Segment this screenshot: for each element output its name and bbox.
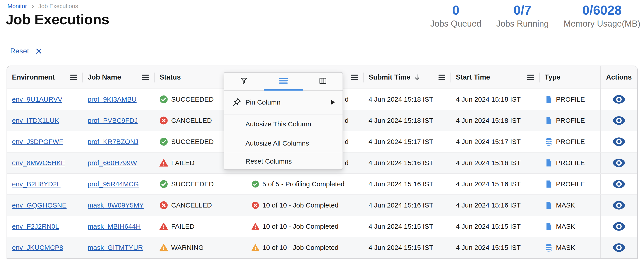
view-details-button[interactable] <box>611 242 626 253</box>
status-label: CANCELLED <box>171 201 212 209</box>
file-icon <box>545 95 553 103</box>
start-time-cell: 4 Jun 2024 15:16 IST <box>451 195 540 216</box>
submit-time-cell: 4 Jun 2024 15:15 IST <box>364 237 451 258</box>
menu-item-autosize-all-columns[interactable]: Autosize All Columns <box>224 133 342 153</box>
progress-label: d <box>345 138 349 145</box>
sort-descending-icon <box>414 74 420 81</box>
job-name-link[interactable]: prof_660H799W <box>88 159 137 167</box>
job-name-cell: mask_GITMTYUR <box>83 237 154 258</box>
reset-filters-button[interactable]: Reset <box>10 47 29 55</box>
view-details-button[interactable] <box>611 136 626 147</box>
file-icon <box>545 180 553 188</box>
close-x-icon[interactable] <box>36 48 42 55</box>
type-cell: PROFILE <box>540 152 600 173</box>
actions-cell <box>600 110 637 131</box>
type-label: PROFILE <box>556 159 585 167</box>
submit-time-cell: 4 Jun 2024 15:16 IST <box>364 152 451 173</box>
environment-link[interactable]: env_JKUCMCP8 <box>12 244 63 252</box>
table-row: env_F2J2RN0L mask_MBIH644H FAILED 10 of … <box>7 216 637 237</box>
submit-time-cell: 4 Jun 2024 15:16 IST <box>364 195 451 216</box>
column-menu-icon[interactable] <box>438 74 446 81</box>
type-label: PROFILE <box>556 117 585 124</box>
job-executions-page: Monitor Job Executions Job Executions 0 … <box>0 0 644 260</box>
status-label: FAILED <box>171 223 194 230</box>
menu-item-autosize-this-column[interactable]: Autosize This Column <box>224 115 342 133</box>
start-time-cell: 4 Jun 2024 15:16 IST <box>451 152 540 173</box>
environment-cell: env_ITDX1LUK <box>7 110 83 131</box>
menu-item-pin-column[interactable]: Pin Column <box>224 91 342 114</box>
type-cell: MASK <box>540 237 600 258</box>
actions-cell <box>600 237 637 258</box>
view-details-button[interactable] <box>611 221 626 232</box>
warning-triangle-icon <box>252 244 259 252</box>
job-name-cell: prof_9KI3AMBU <box>83 89 154 110</box>
column-header-environment[interactable]: Environment <box>7 66 83 89</box>
view-details-button[interactable] <box>611 157 626 168</box>
column-menu-icon[interactable] <box>526 74 535 81</box>
environment-link[interactable]: env_GQGHOSNE <box>12 201 66 209</box>
column-menu-icon[interactable] <box>350 74 358 81</box>
column-header-submit-time[interactable]: Submit Time <box>364 66 451 89</box>
breadcrumb-monitor-link[interactable]: Monitor <box>8 3 27 10</box>
column-label: Job Name <box>88 73 121 81</box>
menu-item-label: Pin Column <box>246 99 280 106</box>
tab-columns[interactable] <box>303 73 342 90</box>
job-name-cell: mask_MBIH644H <box>83 216 154 237</box>
actions-cell <box>600 174 637 194</box>
job-name-link[interactable]: prof_9KI3AMBU <box>88 96 136 103</box>
job-name-link[interactable]: mask_MBIH644H <box>88 223 141 230</box>
type-label: MASK <box>556 244 575 252</box>
environment-link[interactable]: env_ITDX1LUK <box>12 117 59 124</box>
environment-link[interactable]: env_F2J2RN0L <box>12 223 59 230</box>
view-details-button[interactable] <box>611 115 626 126</box>
column-menu-list: Pin Column Autosize This Column Autosize… <box>224 91 342 169</box>
stat-memory-usage: 0/6028 Memory Usage(MB) <box>564 3 640 29</box>
tab-filter[interactable] <box>224 73 264 90</box>
environment-cell: env_B2H8YD2L <box>7 174 83 194</box>
type-label: MASK <box>556 201 575 209</box>
status-label: FAILED <box>171 159 194 167</box>
view-details-button[interactable] <box>611 94 626 105</box>
job-name-cell: prof_PVBC9FDJ <box>83 110 154 131</box>
type-label: MASK <box>556 223 575 230</box>
status-label: SUCCEEDED <box>171 180 214 188</box>
column-header-type[interactable]: Type <box>540 66 600 89</box>
column-menu-icon[interactable] <box>141 74 150 81</box>
submit-time-cell: 4 Jun 2024 15:18 IST <box>364 89 451 110</box>
environment-link[interactable]: env_B2H8YD2L <box>12 180 60 188</box>
view-details-button[interactable] <box>611 200 626 211</box>
progress-label: 10 of 10 - Job Completed <box>262 244 338 252</box>
environment-link[interactable]: env_9U1AURVV <box>12 96 62 103</box>
actions-cell <box>600 216 637 237</box>
database-icon <box>545 138 553 146</box>
environment-link[interactable]: env_J3DPGFWF <box>12 138 63 145</box>
progress-label: d <box>345 159 349 167</box>
type-label: PROFILE <box>556 180 585 188</box>
column-menu-icon[interactable] <box>70 74 78 81</box>
environment-link[interactable]: env_8MWO5HKF <box>12 159 65 167</box>
job-name-cell: prof_95R44MCG <box>83 174 154 194</box>
progress-label: d <box>345 117 349 124</box>
column-header-start-time[interactable]: Start Time <box>451 66 540 89</box>
start-time-cell: 4 Jun 2024 15:17 IST <box>451 131 540 152</box>
environment-cell: env_8MWO5HKF <box>7 152 83 173</box>
view-details-button[interactable] <box>611 178 626 190</box>
job-name-link[interactable]: prof_95R44MCG <box>88 180 139 188</box>
breadcrumb: Monitor Job Executions <box>8 3 78 10</box>
menu-item-label: Autosize This Column <box>246 120 311 128</box>
error-triangle-icon <box>160 159 168 167</box>
job-name-link[interactable]: prof_PVBC9FDJ <box>88 117 138 124</box>
progress-cell: 10 of 10 - Job Completed <box>246 237 364 258</box>
column-menu-popup: Pin Column Autosize This Column Autosize… <box>224 72 343 170</box>
job-name-link[interactable]: mask_GITMTYUR <box>88 244 143 252</box>
tab-general-menu[interactable] <box>264 73 303 90</box>
job-name-link[interactable]: prof_KR7BZONJ <box>88 138 138 145</box>
column-header-job-name[interactable]: Job Name <box>83 66 154 89</box>
pin-icon <box>232 98 242 107</box>
file-icon <box>545 117 553 125</box>
environment-cell: env_J3DPGFWF <box>7 131 83 152</box>
menu-item-reset-columns[interactable]: Reset Columns <box>224 153 342 169</box>
type-label: PROFILE <box>556 96 585 103</box>
job-name-link[interactable]: mask_8W09Y5MY <box>88 201 144 209</box>
progress-label: 10 of 10 - Job Completed <box>262 223 338 230</box>
